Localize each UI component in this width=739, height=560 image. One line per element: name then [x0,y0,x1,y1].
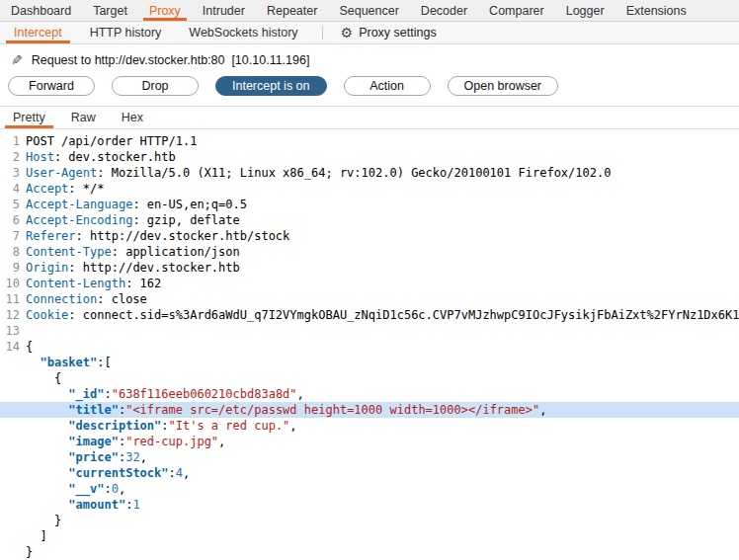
sub-tab-websockets-history[interactable]: WebSockets history [175,22,311,43]
line-number [0,402,26,418]
request-info-text: Request to http://dev.stocker.htb:80 [10… [32,53,310,67]
line-number: 9 [0,260,26,276]
request-info-bar: ✎ Request to http://dev.stocker.htb:80 [… [0,44,739,75]
request-editor[interactable]: 1POST /api/order HTTP/1.12Host: dev.stoc… [0,129,739,560]
proxy-settings-label: Proxy settings [359,26,437,40]
view-tab-raw[interactable]: Raw [58,107,109,128]
main-tab-dashboard[interactable]: Dashboard [0,0,82,21]
line-number: 14 [0,339,26,355]
code-text [26,323,739,339]
code-line[interactable]: "__v":0, [0,481,739,497]
code-line[interactable]: 11Connection: close [0,291,739,307]
line-number: 12 [0,307,26,323]
action-button[interactable]: Action [344,76,431,96]
code-line[interactable]: "currentStock":4, [0,465,739,481]
line-number: 8 [0,244,26,260]
main-tab-extensions[interactable]: Extensions [616,0,698,21]
forward-button[interactable]: Forward [8,76,95,96]
line-number [0,434,26,449]
drop-button[interactable]: Drop [112,76,199,96]
line-number [0,481,26,497]
main-tab-target[interactable]: Target [82,0,138,21]
code-line[interactable]: 14{ [0,339,739,355]
code-line[interactable]: ] [0,528,739,544]
sub-tab-http-history[interactable]: HTTP history [76,22,176,43]
main-tab-intruder[interactable]: Intruder [192,0,256,21]
line-number [0,355,26,370]
code-line[interactable]: 12Cookie: connect.sid=s%3Ard6aWdU_q7I2VY… [0,307,739,323]
code-line[interactable]: 2Host: dev.stocker.htb [0,149,739,165]
line-number: 1 [0,133,26,149]
code-text: "description":"It's a red cup.", [26,418,739,434]
code-text: Content-Type: application/json [26,244,739,260]
code-line[interactable]: } [0,544,739,560]
sub-tab-divider [322,26,323,40]
code-line[interactable]: "amount":1 [0,497,739,513]
code-line[interactable]: 7Referer: http://dev.stocker.htb/stock [0,228,739,244]
code-text: "__v":0, [26,481,739,497]
code-text: { [26,370,739,386]
line-number: 5 [0,197,26,212]
view-tab-hex[interactable]: Hex [109,107,156,128]
code-text: User-Agent: Mozilla/5.0 (X11; Linux x86_… [26,165,739,181]
code-text: "amount":1 [26,497,739,513]
main-tab-comparer[interactable]: Comparer [478,0,555,21]
line-number: 6 [0,212,26,228]
code-line[interactable]: 8Content-Type: application/json [0,244,739,260]
code-line[interactable]: "image":"red-cup.jpg", [0,434,739,449]
code-line[interactable]: } [0,513,739,528]
line-number: 2 [0,149,26,165]
line-number [0,465,26,481]
code-line[interactable]: "description":"It's a red cup.", [0,418,739,434]
line-number: 13 [0,323,26,339]
code-text: "image":"red-cup.jpg", [26,434,739,449]
code-line[interactable]: "price":32, [0,449,739,465]
main-tab-proxy[interactable]: Proxy [138,0,192,21]
code-line[interactable]: { [0,370,739,386]
view-tab-pretty[interactable]: Pretty [0,107,58,128]
line-number [0,418,26,434]
code-line[interactable]: 9Origin: http://dev.stocker.htb [0,260,739,276]
message-view-tab-bar: PrettyRawHex [0,107,739,129]
code-text: Accept: */* [26,181,739,197]
code-line[interactable]: 4Accept: */* [0,181,739,197]
line-number: 7 [0,228,26,244]
code-text: Cookie: connect.sid=s%3Ard6aWdU_q7I2VYmg… [26,307,739,323]
line-number [0,528,26,544]
main-tab-logger[interactable]: Logger [555,0,616,21]
code-text: Referer: http://dev.stocker.htb/stock [26,228,739,244]
proxy-sub-tab-bar: InterceptHTTP historyWebSockets history … [0,22,739,44]
line-number [0,370,26,386]
code-line[interactable]: 1POST /api/order HTTP/1.1 [0,133,739,149]
line-number [0,544,26,560]
line-number: 11 [0,291,26,307]
code-line[interactable]: 5Accept-Language: en-US,en;q=0.5 [0,197,739,212]
line-number: 10 [0,276,26,291]
code-line[interactable]: 10Content-Length: 162 [0,276,739,291]
code-text: { [26,339,739,355]
code-text: } [26,513,739,528]
code-text: Host: dev.stocker.htb [26,149,739,165]
code-line[interactable]: 13 [0,323,739,339]
main-tab-repeater[interactable]: Repeater [256,0,328,21]
code-line[interactable]: 3User-Agent: Mozilla/5.0 (X11; Linux x86… [0,165,739,181]
code-text: ] [26,528,739,544]
sub-tab-intercept[interactable]: Intercept [0,22,76,43]
code-text: "price":32, [26,449,739,465]
line-number: 4 [0,181,26,197]
code-text: Accept-Encoding: gzip, deflate [26,212,739,228]
intercept-is-on-button[interactable]: Intercept is on [215,76,327,96]
main-tab-decoder[interactable]: Decoder [410,0,478,21]
open-browser-button[interactable]: Open browser [448,76,559,96]
code-text: "currentStock":4, [26,465,739,481]
proxy-settings-button[interactable]: ⚙ Proxy settings [333,22,445,43]
code-line[interactable]: "_id":"638f116eeb060210cbd83a8d", [0,386,739,402]
code-text: POST /api/order HTTP/1.1 [26,133,739,149]
code-line[interactable]: 6Accept-Encoding: gzip, deflate [0,212,739,228]
line-number: 3 [0,165,26,181]
code-line[interactable]: "basket":[ [0,355,739,370]
main-tab-sequencer[interactable]: Sequencer [328,0,409,21]
gear-icon: ⚙ [341,26,354,40]
line-number [0,449,26,465]
code-line-highlighted[interactable]: "title":"<iframe src=/etc/passwd height=… [0,402,739,418]
